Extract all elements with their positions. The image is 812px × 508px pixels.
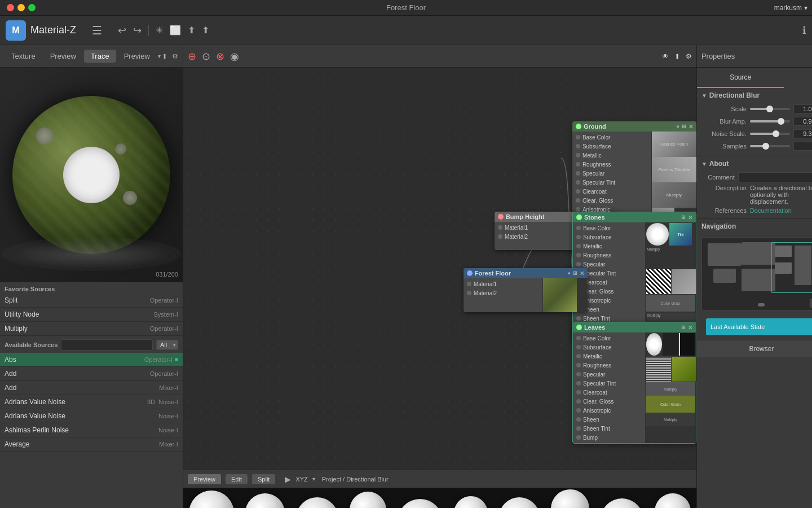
tab-source[interactable]: Source bbox=[697, 68, 784, 88]
leaves-close-btn[interactable]: ✕ bbox=[688, 325, 692, 331]
strip-split-btn[interactable]: Split bbox=[252, 474, 275, 484]
node-stones[interactable]: Stones ⊞ ✕ Base Color Subsurfa bbox=[572, 212, 696, 340]
node-canvas[interactable]: Ground ● ⊞ ✕ Base Color bbox=[183, 68, 696, 470]
leaves-expand[interactable]: ⊞ bbox=[681, 325, 686, 330]
fit-icon[interactable]: ⊞ bbox=[810, 299, 812, 308]
comment-input[interactable] bbox=[738, 172, 812, 182]
noisescale-thumb[interactable] bbox=[773, 130, 779, 137]
minimap-scroll[interactable] bbox=[758, 303, 765, 306]
source-add-2[interactable]: Add Mixer-I bbox=[0, 381, 183, 395]
maximize-button[interactable] bbox=[28, 4, 36, 11]
ground-anisotropic-port bbox=[576, 207, 580, 212]
minimap[interactable]: ⊞ bbox=[701, 237, 812, 310]
search-wrap bbox=[61, 339, 153, 351]
noisescale-slider[interactable] bbox=[750, 133, 790, 135]
scale-slider[interactable] bbox=[750, 108, 790, 110]
info-icon[interactable]: ℹ bbox=[802, 24, 806, 37]
db-section-header[interactable]: ▼ Directional Blur bbox=[701, 91, 812, 99]
strip-sphere-2 bbox=[245, 493, 285, 509]
description-row: Description Creates a directional blur, … bbox=[701, 183, 812, 206]
scale-label: Scale bbox=[701, 106, 747, 112]
source-abs[interactable]: Abs Operator-I bbox=[0, 353, 183, 367]
filter-select[interactable]: All bbox=[156, 340, 178, 350]
about-header[interactable]: ▼ About bbox=[701, 160, 812, 168]
strip-sphere-5 bbox=[398, 499, 443, 509]
scale-value[interactable] bbox=[793, 104, 812, 113]
samples-slider[interactable] bbox=[750, 145, 790, 147]
user-menu[interactable]: markusm ▾ bbox=[774, 4, 807, 12]
documentation-link[interactable]: Documentation bbox=[750, 207, 792, 214]
node-tool-layers[interactable]: ◉ bbox=[230, 50, 239, 63]
source-abs-name: Abs bbox=[5, 356, 144, 364]
source-adrians-3d[interactable]: Adrians Value Noise 3D Noise-I bbox=[0, 395, 183, 409]
leaves-r-port bbox=[576, 363, 581, 367]
ff-close-btn[interactable]: ✕ bbox=[580, 270, 584, 277]
leaves-sh: Sheen bbox=[573, 415, 645, 424]
noisescale-value[interactable] bbox=[793, 129, 812, 138]
source-ashimas[interactable]: Ashimas Perlin Noise Noise-I bbox=[0, 423, 183, 437]
samples-value[interactable] bbox=[793, 142, 812, 151]
undo-icon[interactable]: ↩ bbox=[118, 24, 126, 37]
export-icon[interactable]: ⬆ bbox=[188, 25, 195, 36]
stones-expand[interactable]: ⊞ bbox=[681, 214, 686, 220]
tab-preview-dropdown[interactable]: Preview ▾ bbox=[117, 50, 161, 63]
settings-icon[interactable]: ⚙ bbox=[172, 52, 178, 60]
tab-material[interactable]: Material bbox=[784, 68, 812, 88]
bluramp-slider[interactable] bbox=[750, 120, 790, 122]
ff-expand[interactable]: ⊞ bbox=[573, 270, 577, 276]
sources-list: Abs Operator-I Add Operator-I Add Mixer-… bbox=[0, 353, 183, 508]
node-forestfloor[interactable]: Forest Floor ● ⊞ ✕ Material1 bbox=[464, 268, 588, 312]
transform-icon[interactable]: ✳ bbox=[156, 25, 163, 36]
source-average[interactable]: Average Mixer-I bbox=[0, 437, 183, 452]
redo-icon[interactable]: ↪ bbox=[133, 24, 142, 37]
settings-node-icon[interactable]: ⚙ bbox=[686, 52, 692, 60]
source-add-1[interactable]: Add Operator-I bbox=[0, 367, 183, 381]
mini-viewport bbox=[771, 242, 812, 293]
favorite-item-utility[interactable]: Utility Node System-I bbox=[0, 308, 183, 322]
xyz-chevron[interactable]: ▾ bbox=[312, 476, 315, 482]
strip-preview-btn[interactable]: Preview bbox=[188, 474, 221, 484]
favorite-item-split[interactable]: Split Operator-I bbox=[0, 294, 183, 308]
crop-icon[interactable]: ⬜ bbox=[170, 25, 181, 36]
preview-area: 031/200 bbox=[0, 68, 183, 282]
node-tool-magnet[interactable]: ⊕ bbox=[188, 50, 196, 63]
bluramp-value[interactable] bbox=[793, 117, 812, 126]
favorite-item-multiply[interactable]: Multiply Operator-I bbox=[0, 322, 183, 336]
ground-expand[interactable]: ⊞ bbox=[682, 124, 686, 129]
source-ashimas-name: Ashimas Perlin Noise bbox=[5, 426, 158, 434]
node-tool-break[interactable]: ⊗ bbox=[216, 50, 224, 63]
menu-icon[interactable]: ☰ bbox=[92, 24, 102, 37]
ground-close-btn[interactable]: ✕ bbox=[689, 124, 693, 130]
node-leaves[interactable]: Leaves ⊞ ✕ Base Color Subsurfa bbox=[572, 322, 696, 444]
tab-preview[interactable]: Preview bbox=[43, 50, 83, 63]
preview-chevron[interactable]: ▾ bbox=[158, 53, 161, 59]
forestfloor-title: Forest Floor bbox=[475, 270, 566, 277]
browser-button[interactable]: Browser bbox=[697, 340, 812, 357]
play-icon[interactable]: ▶ bbox=[285, 475, 291, 484]
left-tabs: Texture Preview Trace Preview ▾ ⬆ ⚙ bbox=[0, 45, 183, 68]
scale-thumb[interactable] bbox=[766, 106, 773, 112]
tab-trace[interactable]: Trace bbox=[84, 50, 116, 63]
node-tool-connect[interactable]: ⊙ bbox=[202, 50, 210, 63]
preview-icon[interactable]: 👁 bbox=[662, 52, 669, 60]
tab-texture[interactable]: Texture bbox=[5, 50, 42, 63]
ground-specular: Specular bbox=[572, 169, 651, 178]
favorite-utility-tag: System-I bbox=[153, 311, 178, 318]
close-button[interactable] bbox=[7, 4, 14, 11]
ground-close[interactable]: ● bbox=[676, 124, 679, 129]
share-icon[interactable]: ⬆ bbox=[202, 25, 209, 36]
minimize-button[interactable] bbox=[17, 4, 25, 11]
source-adrians[interactable]: Adrians Value Noise Noise-I bbox=[0, 409, 183, 423]
favorite-utility-name: Utility Node bbox=[5, 310, 153, 318]
bluramp-thumb[interactable] bbox=[778, 118, 784, 125]
available-label: Available Sources bbox=[5, 341, 58, 348]
upload-icon[interactable]: ⬆ bbox=[162, 52, 167, 60]
share-node-icon[interactable]: ⬆ bbox=[674, 52, 680, 60]
ff-m2: Material2 bbox=[464, 288, 542, 297]
samples-thumb[interactable] bbox=[762, 143, 769, 150]
strip-edit-btn[interactable]: Edit bbox=[226, 474, 248, 484]
tab-preview2[interactable]: Preview bbox=[117, 50, 157, 63]
search-input[interactable] bbox=[61, 339, 153, 351]
stones-close-btn[interactable]: ✕ bbox=[688, 214, 692, 221]
ff-m1-port bbox=[467, 282, 471, 286]
